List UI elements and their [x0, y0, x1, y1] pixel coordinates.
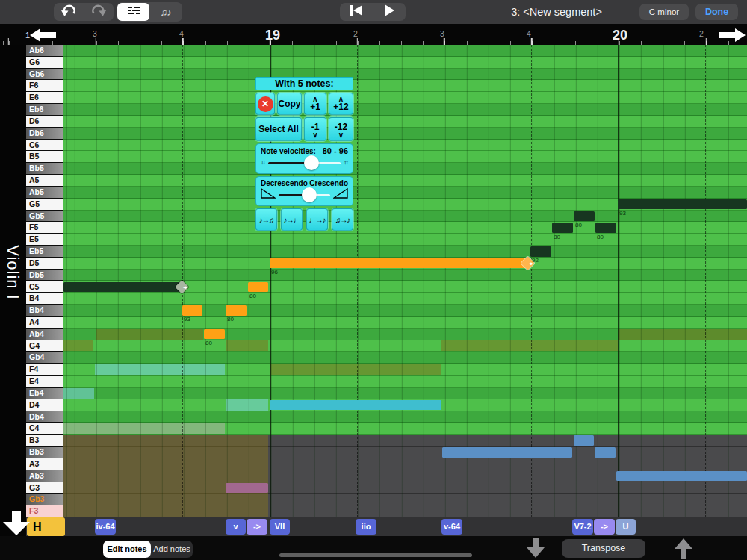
scroll-right-button[interactable]	[719, 28, 746, 46]
copy-button[interactable]: Copy	[277, 93, 302, 115]
piano-key-Ab4[interactable]: Ab4	[26, 329, 63, 340]
select-all-button[interactable]: Select All	[255, 117, 302, 141]
undo-button[interactable]	[54, 3, 84, 21]
chord-badge-iio[interactable]: iio	[356, 519, 376, 535]
play-button[interactable]	[374, 3, 406, 21]
note-grid[interactable]: 9380808092◂▸◂▸9680938080	[63, 45, 747, 517]
piano-key-Ab6[interactable]: Ab6	[26, 45, 63, 57]
note-G5[interactable]	[618, 199, 747, 210]
note-Ab3[interactable]	[616, 471, 747, 482]
chord-badge-U[interactable]: U	[616, 519, 636, 535]
horizontal-scrollbar[interactable]	[279, 553, 472, 557]
dynamics-slider-knob[interactable]	[302, 187, 317, 202]
piano-key-C4[interactable]: C4	[26, 423, 63, 435]
edit-notes-tab[interactable]: Edit notes	[103, 541, 151, 558]
transpose-button[interactable]: Transpose	[562, 539, 645, 558]
selected-note-C5[interactable]	[248, 282, 268, 293]
velocity-slider-knob[interactable]	[304, 155, 319, 170]
chord-badge-v64[interactable]: v-64	[441, 519, 462, 535]
add-notes-tab[interactable]: Add notes	[151, 541, 193, 558]
chord-badge-VII[interactable]: VII	[270, 519, 290, 535]
piano-key-D6[interactable]: D6	[26, 116, 63, 128]
timeline-ruler[interactable]: 1 3419234202	[0, 24, 747, 45]
piano-key-Bb4[interactable]: Bb4	[26, 305, 63, 317]
piano-key-Eb6[interactable]: Eb6	[26, 104, 63, 116]
piano-key-A3[interactable]: A3	[26, 458, 63, 470]
transpose-up-1-button[interactable]: ∧ +1	[304, 93, 326, 115]
piano-key-Bb3[interactable]: Bb3	[26, 447, 63, 458]
selected-note-D5[interactable]: ◂▸	[270, 258, 527, 269]
rhythm-transform-button-3[interactable]: ♩→♪	[306, 208, 328, 231]
chord-badge-[interactable]: ->	[247, 519, 267, 535]
piano-key-B3[interactable]: B3	[26, 435, 63, 447]
selected-note-Bb4[interactable]	[226, 305, 247, 316]
octave-up-button[interactable]	[673, 538, 694, 560]
piano-key-E6[interactable]: E6	[26, 92, 63, 104]
piano-key-F6[interactable]: F6	[26, 80, 63, 92]
piano-key-Gb4[interactable]: Gb4	[26, 352, 63, 364]
piano-key-F3[interactable]: F3	[26, 505, 63, 517]
piano-key-Gb6[interactable]: Gb6	[26, 69, 63, 81]
rhythm-transform-button-2[interactable]: ♪→♩	[281, 208, 303, 231]
piano-key-Gb3[interactable]: Gb3	[26, 494, 63, 505]
note-Eb5[interactable]	[530, 246, 551, 257]
piano-key-D5[interactable]: D5	[26, 258, 63, 270]
note-F5[interactable]	[552, 223, 573, 233]
piano-key-Eb5[interactable]: Eb5	[26, 246, 63, 258]
chord-badge-[interactable]: ->	[594, 519, 615, 535]
note-Gb5[interactable]	[574, 211, 595, 222]
piano-key-E5[interactable]: E5	[26, 234, 63, 246]
delete-notes-button[interactable]: ✕	[255, 93, 275, 115]
note-C5[interactable]: ◂▸	[63, 282, 182, 293]
piano-key-G5[interactable]: G5	[26, 199, 63, 211]
piano-key-F5[interactable]: F5	[26, 222, 63, 234]
selected-note-Bb4[interactable]	[182, 305, 202, 316]
piano-key-E4[interactable]: E4	[26, 376, 63, 388]
piano-key-B5[interactable]: B5	[26, 151, 63, 163]
piano-key-Db4[interactable]: Db4	[26, 411, 63, 423]
transpose-down-12-button[interactable]: -12 ∨	[329, 117, 353, 141]
piano-key-Ab5[interactable]: Ab5	[26, 187, 63, 199]
chord-badge-V72[interactable]: V7-2	[572, 519, 593, 535]
piano-key-G6[interactable]: G6	[26, 57, 63, 69]
piano-key-G3[interactable]: G3	[26, 482, 63, 494]
harmony-mode-badge[interactable]: H	[27, 517, 65, 536]
redo-button[interactable]	[84, 3, 114, 21]
scroll-left-button[interactable]	[30, 28, 57, 46]
piano-key-A5[interactable]: A5	[26, 175, 63, 187]
scroll-down-button[interactable]	[1, 511, 31, 539]
skip-to-start-button[interactable]	[341, 3, 373, 21]
chord-badge-iv64[interactable]: iv-64	[95, 519, 116, 535]
rhythm-transform-button-4[interactable]: ♫→♪	[332, 208, 353, 231]
piano-key-Bb5[interactable]: Bb5	[26, 163, 63, 175]
dynamics-slider[interactable]	[279, 187, 330, 202]
piano-key-D4[interactable]: D4	[26, 399, 63, 411]
key-signature-button[interactable]: C minor	[639, 4, 689, 20]
note-D4[interactable]	[270, 400, 441, 411]
piano-key-Eb4[interactable]: Eb4	[26, 388, 63, 399]
transpose-up-12-button[interactable]: ∧ +12	[329, 93, 353, 115]
piano-key-G4[interactable]: G4	[26, 340, 63, 352]
piano-key-Gb5[interactable]: Gb5	[26, 211, 63, 223]
done-button[interactable]: Done	[695, 4, 738, 20]
octave-down-button[interactable]	[525, 538, 546, 560]
velocity-slider[interactable]	[268, 155, 341, 170]
transpose-down-1-button[interactable]: -1 ∨	[304, 117, 326, 141]
rhythm-transform-button-1[interactable]: ♪→♫	[255, 208, 277, 231]
piano-key-B4[interactable]: B4	[26, 293, 63, 305]
selected-note-Ab4[interactable]	[204, 329, 225, 340]
piano-key-C5[interactable]: C5	[26, 281, 63, 293]
score-view-button[interactable]: ♫♪	[149, 3, 182, 21]
piano-key-A4[interactable]: A4	[26, 317, 63, 329]
piano-key-F4[interactable]: F4	[26, 364, 63, 376]
note-F5[interactable]	[595, 223, 616, 233]
piano-key-Ab3[interactable]: Ab3	[26, 470, 63, 482]
piano-key-C6[interactable]: C6	[26, 140, 63, 152]
piano-key-Db5[interactable]: Db5	[26, 270, 63, 281]
piano-roll-view-button[interactable]	[117, 3, 149, 21]
piano-key-Db6[interactable]: Db6	[26, 128, 63, 140]
chord-badge-v[interactable]: v	[226, 519, 246, 535]
note-B3[interactable]	[574, 435, 594, 446]
note-Bb3[interactable]	[442, 447, 572, 458]
note-G3[interactable]	[226, 483, 268, 494]
